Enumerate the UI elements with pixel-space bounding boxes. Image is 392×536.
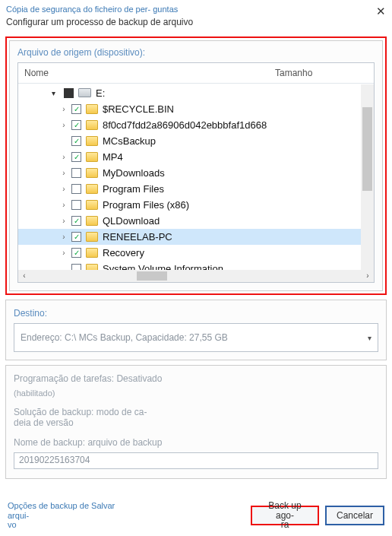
scroll-thumb[interactable] bbox=[362, 107, 372, 191]
tree-item-label: 8f0cd7fdd2a86906d042ebbbfaf1d668 bbox=[103, 119, 267, 131]
chevron-right-icon[interactable]: › bbox=[59, 185, 68, 193]
tree-item-label: MCsBackup bbox=[103, 135, 156, 147]
options-section: Programação de tarefas: Desativado (habi… bbox=[5, 365, 387, 479]
backup-now-button[interactable]: Back up ago- ra bbox=[251, 506, 319, 525]
tree-item-label: $RECYCLE.BIN bbox=[103, 103, 174, 115]
folder-icon bbox=[86, 152, 98, 162]
tree-item-label: Program Files (x86) bbox=[103, 199, 189, 211]
tree-item-label: QLDownload bbox=[103, 215, 160, 227]
backup-name-label: Nome de backup: arquivo de backup bbox=[14, 437, 378, 448]
tree-row[interactable]: ›Program Files (x86) bbox=[18, 197, 361, 213]
tree-item-label: MyDownloads bbox=[103, 167, 165, 179]
checkbox[interactable]: ✓ bbox=[71, 216, 81, 226]
folder-icon bbox=[86, 264, 98, 270]
tree-row[interactable]: ›✓$RECYCLE.BIN bbox=[18, 101, 361, 117]
folder-icon bbox=[86, 232, 98, 242]
checkbox[interactable]: ✓ bbox=[71, 152, 81, 162]
chevron-right-icon[interactable]: › bbox=[59, 249, 68, 257]
window-subtitle: Configurar um processo de backup de arqu… bbox=[0, 16, 392, 34]
tree-row[interactable]: System Volume Information bbox=[18, 261, 361, 270]
source-label: Arquivo de origem (dispositivo): bbox=[17, 47, 375, 58]
tree-row[interactable]: ›✓RENEELAB-PC bbox=[18, 229, 361, 245]
column-name[interactable]: Nome bbox=[18, 63, 269, 83]
column-size[interactable]: Tamanho bbox=[269, 63, 374, 83]
destination-label: Destino: bbox=[14, 308, 378, 319]
tree-item-label: System Volume Information bbox=[103, 263, 223, 270]
checkbox[interactable]: ✓ bbox=[71, 248, 81, 258]
checkbox[interactable]: ✓ bbox=[71, 120, 81, 130]
hscroll-thumb[interactable] bbox=[137, 271, 167, 281]
tree-row[interactable]: ›✓Recovery bbox=[18, 245, 361, 261]
tree-root[interactable]: ▾ E: bbox=[18, 84, 361, 101]
source-tree[interactable]: Nome Tamanho ▾ E: ›✓$RECYCLE.BIN›✓8f0cd7… bbox=[17, 62, 375, 283]
destination-section: Destino: Endereço: C:\ MCs Backup, Capac… bbox=[5, 300, 387, 360]
destination-dropdown[interactable]: Endereço: C:\ MCs Backup, Capacidade: 27… bbox=[14, 323, 378, 352]
tree-item-label: MP4 bbox=[103, 151, 123, 163]
chevron-right-icon[interactable]: › bbox=[59, 153, 68, 161]
chevron-right-icon[interactable]: › bbox=[59, 169, 68, 177]
backup-name-input[interactable]: 20190225163704 bbox=[14, 452, 378, 469]
folder-icon bbox=[86, 120, 98, 130]
solution-label: Solução de backup: modo de ca- deia de v… bbox=[14, 407, 378, 428]
scroll-left-icon[interactable]: ‹ bbox=[18, 270, 30, 282]
close-icon[interactable]: ✕ bbox=[376, 5, 386, 18]
horizontal-scrollbar[interactable]: ‹ › bbox=[18, 270, 374, 282]
chevron-down-icon[interactable]: ▾ bbox=[52, 89, 61, 97]
tree-row[interactable]: ›✓8f0cd7fdd2a86906d042ebbbfaf1d668 bbox=[18, 117, 361, 133]
checkbox-root[interactable] bbox=[64, 88, 74, 98]
chevron-right-icon[interactable]: › bbox=[59, 217, 68, 225]
schedule-enabled-note: (habilitado) bbox=[14, 389, 378, 398]
folder-icon bbox=[86, 248, 98, 258]
cancel-button[interactable]: Cancelar bbox=[325, 506, 384, 525]
checkbox[interactable]: ✓ bbox=[71, 136, 81, 146]
checkbox[interactable] bbox=[71, 264, 81, 270]
folder-icon bbox=[86, 104, 98, 114]
chevron-right-icon[interactable]: › bbox=[59, 105, 68, 113]
folder-icon bbox=[86, 136, 98, 146]
tree-row[interactable]: ✓MCsBackup bbox=[18, 133, 361, 149]
destination-value: Endereço: C:\ MCs Backup, Capacidade: 27… bbox=[21, 332, 228, 343]
checkbox[interactable]: ✓ bbox=[71, 104, 81, 114]
window-title: Cópia de segurança do ficheiro de per- g… bbox=[0, 0, 392, 16]
folder-icon bbox=[86, 216, 98, 226]
tree-row[interactable]: ›Program Files bbox=[18, 181, 361, 197]
tree-item-label: Program Files bbox=[103, 183, 164, 195]
tree-row[interactable]: ›MyDownloads bbox=[18, 165, 361, 181]
tree-root-label: E: bbox=[96, 87, 105, 99]
checkbox[interactable] bbox=[71, 168, 81, 178]
tree-row[interactable]: ›✓MP4 bbox=[18, 149, 361, 165]
folder-icon bbox=[86, 168, 98, 178]
drive-icon bbox=[78, 88, 91, 97]
scroll-right-icon[interactable]: › bbox=[362, 270, 374, 282]
checkbox[interactable] bbox=[71, 184, 81, 194]
tree-item-label: Recovery bbox=[103, 247, 144, 258]
folder-icon bbox=[86, 184, 98, 194]
chevron-down-icon[interactable]: ▾ bbox=[368, 334, 371, 342]
schedule-label: Programação de tarefas: Desativado bbox=[14, 373, 378, 384]
checkbox[interactable] bbox=[71, 200, 81, 210]
vertical-scrollbar[interactable] bbox=[361, 84, 374, 270]
tree-row[interactable]: ›✓QLDownload bbox=[18, 213, 361, 229]
checkbox[interactable]: ✓ bbox=[71, 232, 81, 242]
tree-item-label: RENEELAB-PC bbox=[103, 231, 172, 243]
save-options-link[interactable]: Opções de backup de Salvar arqui- vo bbox=[8, 501, 122, 530]
chevron-right-icon[interactable]: › bbox=[59, 201, 68, 209]
source-highlight: Arquivo de origem (dispositivo): Nome Ta… bbox=[5, 36, 387, 295]
chevron-right-icon[interactable]: › bbox=[59, 233, 68, 241]
chevron-right-icon[interactable]: › bbox=[59, 121, 68, 129]
folder-icon bbox=[86, 200, 98, 210]
